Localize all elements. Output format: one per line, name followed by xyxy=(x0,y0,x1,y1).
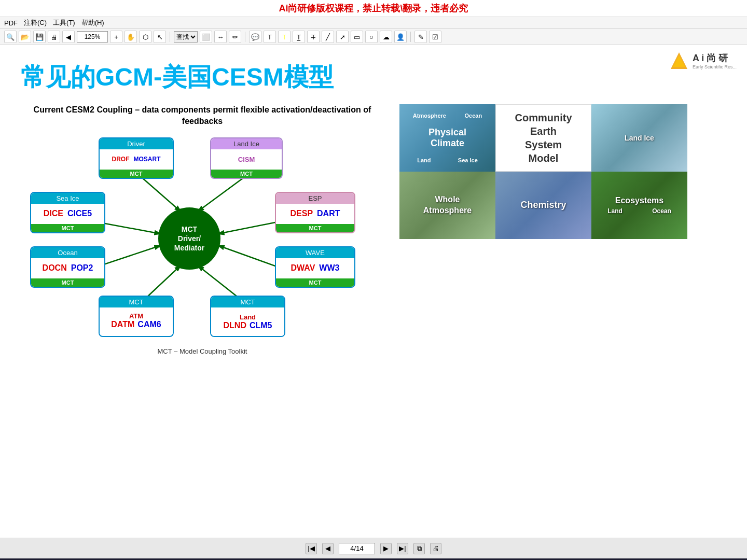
esp-box: ESP DESP DART MCT xyxy=(275,192,355,233)
land-code2: CLM5 xyxy=(250,321,272,330)
form-btn[interactable]: ☑ xyxy=(429,31,441,43)
land-box: MCT Land DLND CLM5 xyxy=(210,296,285,337)
first-page-btn[interactable]: |◀ xyxy=(306,543,317,554)
menu-tools[interactable]: 工具(T) xyxy=(53,18,75,27)
content-row: Current CESM2 Coupling – data components… xyxy=(21,104,726,355)
diagram-area: Current CESM2 Coupling – data components… xyxy=(21,104,384,355)
mct-line2: Driver/ xyxy=(178,234,201,243)
atm-box: MCT ATM DATM CAM6 xyxy=(99,296,174,337)
ecosystems-ocean: Ocean xyxy=(652,207,671,215)
ocean-label: Ocean xyxy=(465,113,482,119)
line-btn[interactable]: ╱ xyxy=(322,31,334,43)
highlight-btn[interactable]: T xyxy=(278,31,290,43)
sea-ice-header: Sea Ice xyxy=(31,193,104,204)
land-label-grid: Land xyxy=(417,157,431,163)
open-btn[interactable]: 📂 xyxy=(19,31,31,43)
zoom-in-btn[interactable]: + xyxy=(110,31,122,43)
grid-row-2: WholeAtmosphere Chemistry Ecosystems Lan… xyxy=(399,172,726,239)
next-page-btn[interactable]: ▶ xyxy=(380,543,392,554)
wave-mct: MCT xyxy=(276,278,354,287)
chemistry-cell: Chemistry xyxy=(495,172,591,239)
markup-btn[interactable]: ✏ xyxy=(229,31,241,43)
cesm-word1: Community xyxy=(515,111,572,124)
esp-header: ESP xyxy=(276,193,354,204)
last-page-btn[interactable]: ▶| xyxy=(397,543,408,554)
physical-climate-cell: Atmosphere Ocean Physical Climate Land S… xyxy=(399,104,495,172)
view-select[interactable]: 查找 xyxy=(174,31,198,43)
esp-code2: DART xyxy=(317,209,340,218)
fit-page-btn[interactable]: ⬜ xyxy=(200,31,212,43)
menu-help[interactable]: 帮助(H) xyxy=(81,18,104,27)
cesm-word3: System xyxy=(515,138,572,151)
land-ice-box: Land Ice CISM MCT xyxy=(210,137,283,179)
driver-header: Driver xyxy=(100,138,173,149)
prev-btn2[interactable]: ◀ xyxy=(62,31,75,43)
mct-center: MCT Driver/ Mediator xyxy=(158,207,220,270)
land-ice-cell: Land Ice xyxy=(591,104,687,172)
ocean-mct: MCT xyxy=(31,278,104,287)
climate-label: Climate xyxy=(428,138,466,149)
circle-btn[interactable]: ○ xyxy=(365,31,378,43)
wave-code1: DWAV xyxy=(291,263,315,273)
diagram-heading: Current CESM2 Coupling – data components… xyxy=(21,104,384,128)
driver-mct: MCT xyxy=(100,170,173,178)
cloud-btn[interactable]: ☁ xyxy=(380,31,392,43)
strike-btn[interactable]: T̶ xyxy=(307,31,320,43)
land-ice-header: Land Ice xyxy=(211,138,282,149)
edit-btn[interactable]: ✎ xyxy=(414,31,427,43)
sea-ice-box: Sea Ice DICE CICE5 MCT xyxy=(30,192,105,233)
mct-caption: MCT – Model Coupling Toolkit xyxy=(21,347,384,355)
underline-btn[interactable]: T̲ xyxy=(293,31,305,43)
ocean-code1: DOCN xyxy=(43,263,67,273)
esp-code1: DESP xyxy=(290,209,313,218)
driver-box: Driver DROFMOSART MCT xyxy=(99,137,174,179)
slide-area: A i 尚 研 Early Scientific Res... 常见的GCM-美… xyxy=(0,45,747,538)
land-header: MCT xyxy=(211,297,284,307)
menu-annotation[interactable]: 注释(C) xyxy=(24,18,47,27)
ocean-box: Ocean DOCN POP2 MCT xyxy=(30,246,105,288)
land-ice-grid-label: Land Ice xyxy=(625,133,654,143)
physical-label: Physical xyxy=(428,127,466,138)
logo-name: A i 尚 研 xyxy=(693,52,728,64)
menu-pdf[interactable]: PDF xyxy=(4,19,18,27)
main-content: A i 尚 研 Early Scientific Res... 常见的GCM-美… xyxy=(0,45,747,538)
toolbar: 🔍 📂 💾 🖨 ◀ 125% + ✋ ⬡ ↖ 查找 ⬜ ↔ ✏ 💬 T T T̲… xyxy=(0,29,747,45)
select-tool[interactable]: ⬡ xyxy=(139,31,151,43)
save-btn[interactable]: 💾 xyxy=(33,31,46,43)
slide-title: 常见的GCM-美国CESM模型 xyxy=(21,61,726,94)
atmosphere-label: Atmosphere xyxy=(413,113,446,119)
print-btn[interactable]: 🖨 xyxy=(48,31,60,43)
mct-line3: Mediator xyxy=(174,243,204,253)
land-ice-code: CISM xyxy=(238,156,255,163)
zoom-out-btn[interactable]: 🔍 xyxy=(4,31,17,43)
ecosystems-land: Land xyxy=(607,207,622,215)
image-grid: Atmosphere Ocean Physical Climate Land S… xyxy=(399,104,726,355)
print-nav-btn[interactable]: 🖨 xyxy=(430,543,441,554)
ecosystems-label: Ecosystems xyxy=(593,196,686,205)
watermark-text: Ai尚研修版权课程，禁止转载\翻录，违者必究 xyxy=(279,3,468,13)
prev-page-btn[interactable]: ◀ xyxy=(322,543,334,554)
stamp-btn[interactable]: 👤 xyxy=(394,31,407,43)
atm-label: ATM xyxy=(129,312,143,320)
rect-btn[interactable]: ▭ xyxy=(351,31,363,43)
window-btn[interactable]: ⧉ xyxy=(413,543,425,554)
land-ice-mct: MCT xyxy=(211,170,282,178)
whole-atmosphere-label: WholeAtmosphere xyxy=(423,194,472,216)
sea-ice-mct: MCT xyxy=(31,224,104,232)
arrow-btn[interactable]: ➚ xyxy=(336,31,349,43)
text-field-btn[interactable]: T xyxy=(264,31,276,43)
page-indicator[interactable]: 4/14 xyxy=(339,543,375,554)
fit-width-btn[interactable]: ↔ xyxy=(214,31,227,43)
driver-codes: DROFMOSART xyxy=(112,156,161,163)
svg-line-4 xyxy=(137,174,179,210)
sea-ice-code2: CICE5 xyxy=(67,209,92,218)
atm-header: MCT xyxy=(100,297,173,307)
cesm-word4: Model xyxy=(515,151,572,165)
cesm-word2: Earth xyxy=(515,124,572,138)
land-label: Land xyxy=(240,313,256,321)
hand-tool[interactable]: ✋ xyxy=(125,31,137,43)
cursor-tool[interactable]: ↖ xyxy=(154,31,166,43)
comment-btn[interactable]: 💬 xyxy=(249,31,261,43)
zoom-input[interactable]: 125% xyxy=(77,31,108,43)
wave-header: WAVE xyxy=(276,247,354,258)
